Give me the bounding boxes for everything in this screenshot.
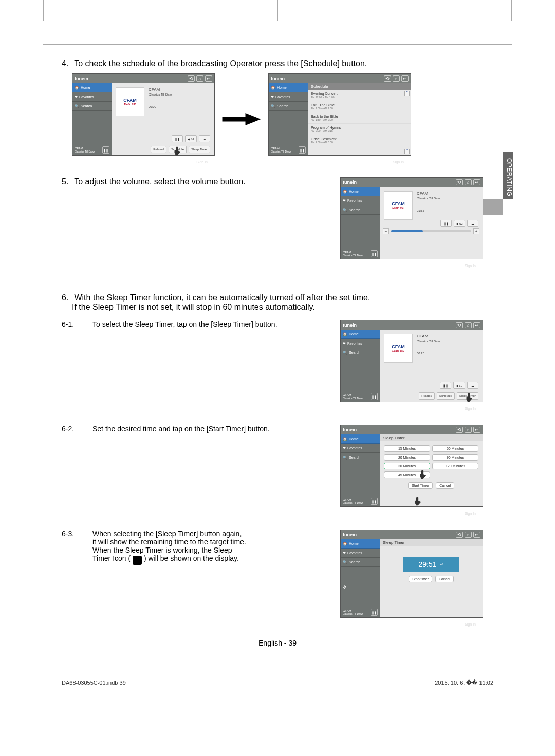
back-icon[interactable]: ↩ xyxy=(205,75,212,82)
pause-icon[interactable]: ❚❚ xyxy=(172,135,183,142)
step-6-3-line-2: it will show the remaining time to the t… xyxy=(92,538,246,546)
volume-up-button[interactable]: + xyxy=(473,228,479,234)
sidebar-item-search[interactable]: 🔍 Search xyxy=(341,348,380,357)
volume-slider[interactable] xyxy=(391,230,471,232)
home-icon[interactable]: ⌂ xyxy=(196,75,203,82)
start-timer-button[interactable]: Start Timer xyxy=(408,482,433,489)
home-icon[interactable]: ⌂ xyxy=(393,75,400,82)
pause-button[interactable]: ❚❚ xyxy=(371,609,378,616)
sidebar-item-search[interactable]: 🔍 Search xyxy=(341,558,380,567)
schedule-button[interactable]: Schedule xyxy=(437,392,455,400)
sidebar-item-favorites[interactable]: ❤ Favorites xyxy=(72,92,112,102)
figure-4-right: tunein ⟲ ⌂ ↩ 🏠 Home ❤ Favorites 🔍 Search xyxy=(268,73,411,165)
home-icon[interactable]: ⌂ xyxy=(465,322,472,328)
sidebar-item-search[interactable]: 🔍 Search xyxy=(341,453,380,462)
stop-timer-button[interactable]: Stop timer xyxy=(409,576,432,582)
pause-button[interactable]: ❚❚ xyxy=(102,146,109,154)
schedule-row[interactable]: Back to the BibleAM 1:30 ~ AM 2:00 xyxy=(308,112,411,124)
related-button[interactable]: Related xyxy=(151,146,166,153)
page-content: 4. To check the schedule of the broadcas… xyxy=(62,59,483,634)
refresh-icon[interactable]: ⟲ xyxy=(456,179,463,185)
sign-in-link[interactable]: Sign In xyxy=(465,407,476,410)
sidebar-item-home[interactable]: 🏠 Home xyxy=(269,83,308,92)
sign-in-link[interactable]: Sign In xyxy=(393,160,404,164)
step-6-3-line-1: When selecting the [Sleep Timer] button … xyxy=(92,530,242,538)
elapsed-time: 00:28 xyxy=(417,352,478,355)
now-playing-bar: CFAM Classics Till Dawn ❚❚ xyxy=(72,145,112,155)
schedule-row[interactable]: Onse GeschichtAM 2:30 ~ AM 3:00 xyxy=(308,135,411,146)
sidebar-item-favorites[interactable]: ❤ Favorites xyxy=(341,444,380,453)
schedule-row[interactable]: Thru The BibleAM 1:00 ~ AM 1:30 xyxy=(308,101,411,112)
back-icon[interactable]: ↩ xyxy=(473,322,480,328)
sidebar-item-search[interactable]: 🔍 Search xyxy=(269,102,308,111)
refresh-icon[interactable]: ⟲ xyxy=(456,532,463,538)
pause-icon[interactable]: ❚❚ xyxy=(440,220,452,227)
cloud-icon[interactable]: ☁ xyxy=(199,135,210,142)
schedule-row[interactable]: Program of HymnsAM 2:00 ~ AM 2:15 xyxy=(308,124,411,135)
sign-in-link[interactable]: Sign In xyxy=(465,512,476,515)
pause-button[interactable]: ❚❚ xyxy=(371,498,378,505)
timer-option[interactable]: 20 Minutes xyxy=(384,454,430,461)
step-6-3-line-3: When the Sleep Timer is working, the Sle… xyxy=(92,546,232,554)
sleep-timer-button[interactable]: Sleep Timer xyxy=(189,146,210,153)
now-playing-bar: CFAM Classics Till Dawn ❚❚ xyxy=(341,249,380,259)
home-icon[interactable]: ⌂ xyxy=(465,179,472,185)
back-icon[interactable]: ↩ xyxy=(473,427,480,433)
related-button[interactable]: Related xyxy=(419,392,435,400)
volume-button[interactable]: ◀ 62 xyxy=(454,220,465,227)
volume-button[interactable]: ◀ 63 xyxy=(185,135,197,142)
sign-in-link[interactable]: Sign In xyxy=(465,264,476,268)
refresh-icon[interactable]: ⟲ xyxy=(456,322,463,328)
timer-option-selected[interactable]: 30 Minutes xyxy=(384,463,430,469)
sleep-timer-icon: ⏱ xyxy=(133,556,142,565)
back-icon[interactable]: ↩ xyxy=(473,179,480,185)
volume-button[interactable]: ◀ 63 xyxy=(453,382,465,389)
station-logo: CFAMRadio 950 xyxy=(384,191,413,220)
sidebar-item-home[interactable]: 🏠 Home xyxy=(341,187,380,196)
sidebar-item-favorites[interactable]: ❤ Favorites xyxy=(341,196,380,205)
pointing-hand-icon xyxy=(414,496,424,506)
sleep-timer-remaining: 29:51 Left xyxy=(403,557,459,572)
timer-option[interactable]: 90 Minutes xyxy=(432,454,478,461)
refresh-icon[interactable]: ⟲ xyxy=(384,75,391,82)
cancel-button[interactable]: Cancel xyxy=(436,482,454,489)
refresh-icon[interactable]: ⟲ xyxy=(188,75,195,82)
sign-in-link[interactable]: Sign In xyxy=(465,622,476,626)
home-icon[interactable]: ⌂ xyxy=(465,427,472,433)
cloud-icon[interactable]: ☁ xyxy=(467,220,478,227)
volume-down-button[interactable]: − xyxy=(383,228,389,234)
cloud-icon[interactable]: ☁ xyxy=(467,382,478,389)
pause-button[interactable]: ❚❚ xyxy=(299,146,306,154)
figure-6-3: tunein ⟲ ⌂ ↩ 🏠 Home ❤ Favorites 🔍 Search xyxy=(340,530,483,627)
scroll-down-icon[interactable]: ˅ xyxy=(404,149,410,154)
home-icon[interactable]: ⌂ xyxy=(465,532,472,538)
sidebar-item-favorites[interactable]: ❤ Favorites xyxy=(269,92,308,102)
sidebar-item-home[interactable]: 🏠 Home xyxy=(341,434,380,444)
timer-option[interactable]: 120 Minutes xyxy=(432,463,478,469)
sign-in-link[interactable]: Sign In xyxy=(196,160,208,164)
timer-option[interactable]: 15 Minutes xyxy=(384,445,430,452)
back-icon[interactable]: ↩ xyxy=(401,75,409,82)
sidebar-item-home[interactable]: 🏠 Home xyxy=(341,539,380,549)
pause-button[interactable]: ❚❚ xyxy=(371,250,378,257)
tunein-logo: tunein xyxy=(343,323,357,328)
step-6-number: 6. xyxy=(62,293,72,303)
program-name: Classics Till Dawn xyxy=(149,93,210,96)
timer-option[interactable]: 60 Minutes xyxy=(432,445,478,452)
sidebar-item-home[interactable]: 🏠 Home xyxy=(341,330,380,339)
pause-icon[interactable]: ❚❚ xyxy=(440,382,451,389)
sidebar-item-favorites[interactable]: ❤ Favorites xyxy=(341,549,380,558)
scroll-up-icon[interactable]: ˄ xyxy=(404,91,410,96)
schedule-row[interactable]: Evening ConcertAM 12:00 ~ AM 1:00 xyxy=(308,90,411,101)
refresh-icon[interactable]: ⟲ xyxy=(456,427,463,433)
sidebar-item-search[interactable]: 🔍 Search xyxy=(341,205,380,215)
sleep-timer-header: Sleep Timer xyxy=(380,434,483,441)
elapsed-time: 01:55 xyxy=(417,209,478,212)
sidebar-item-home[interactable]: 🏠 Home xyxy=(72,83,112,92)
back-icon[interactable]: ↩ xyxy=(473,532,480,538)
sidebar-item-favorites[interactable]: ❤ Favorites xyxy=(341,339,380,348)
sidebar-item-search[interactable]: 🔍 Search xyxy=(72,102,112,111)
pause-button[interactable]: ❚❚ xyxy=(371,393,378,400)
cancel-button[interactable]: Cancel xyxy=(435,576,454,582)
step-6-2-number: 6-2. xyxy=(77,425,92,433)
